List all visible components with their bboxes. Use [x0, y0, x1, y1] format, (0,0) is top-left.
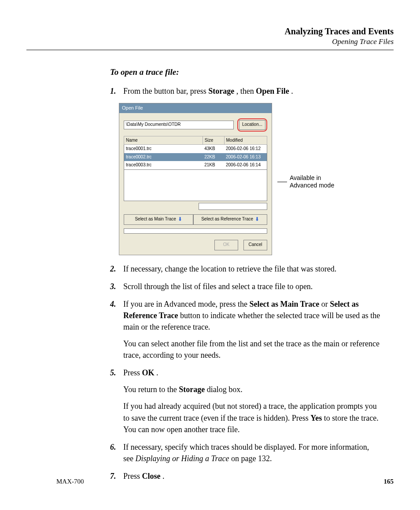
table-row-selected[interactable]: trace0002.trc 22KB 2006-02-06 16:13 — [124, 153, 267, 161]
body-content: To open a trace file: From the button ba… — [110, 66, 380, 482]
file-list-table[interactable]: Name Size Modified trace0001.trc 43KB 20… — [124, 136, 267, 170]
table-row[interactable]: trace0003.trc 21KB 2006-02-06 16:14 — [124, 161, 267, 169]
procedure-steps: From the button bar, press Storage , the… — [110, 85, 380, 482]
col-modified: Modified — [224, 136, 267, 145]
step-5: Press OK . You return to the Storage dia… — [110, 367, 380, 435]
open-file-dialog: Open File \Data\My Documents\OTDR Locati… — [119, 103, 272, 255]
table-row[interactable]: trace0001.trc 43KB 2006-02-06 16:12 — [124, 145, 267, 153]
col-size: Size — [203, 136, 224, 145]
location-button[interactable]: Location... — [239, 120, 265, 130]
open-file-screenshot: Open File \Data\My Documents\OTDR Locati… — [119, 103, 380, 255]
arrow-down-icon: ⬇ — [178, 216, 182, 223]
step-2: If necessary, change the location to ret… — [110, 263, 380, 275]
step-1: From the button bar, press Storage , the… — [110, 85, 380, 255]
reference-trace-display — [199, 203, 267, 210]
select-reference-trace-button[interactable]: Select as Reference Trace ⬇ — [193, 214, 267, 225]
step-3: Scroll through the list of files and sel… — [110, 281, 380, 292]
location-highlight: Location... — [237, 118, 267, 132]
page-header: Analyzing Traces and Events Opening Trac… — [26, 26, 394, 46]
arrow-down-icon: ⬇ — [255, 216, 259, 223]
callout-advanced-mode: Available in Advanced mode — [277, 174, 334, 190]
header-rule — [26, 50, 394, 50]
cancel-button[interactable]: Cancel — [243, 240, 267, 250]
path-field[interactable]: \Data\My Documents\OTDR — [124, 121, 234, 129]
page-footer: MAX-700 165 — [56, 478, 394, 485]
step-4: If you are in Advanced mode, press the S… — [110, 298, 380, 361]
status-field — [124, 228, 267, 234]
step-6: If necessary, specify which traces shoul… — [110, 441, 380, 464]
select-main-trace-button[interactable]: Select as Main Trace ⬇ — [124, 214, 193, 225]
callout-leader-line — [277, 182, 287, 182]
table-header: Name Size Modified — [124, 136, 267, 145]
page-number: 165 — [384, 478, 394, 485]
procedure-title: To open a trace file: — [110, 66, 380, 78]
col-name: Name — [124, 136, 203, 145]
ok-button[interactable]: OK — [214, 240, 238, 250]
dialog-titlebar: Open File — [119, 103, 272, 113]
product-name: MAX-700 — [56, 478, 84, 485]
section-title: Opening Trace Files — [26, 37, 394, 46]
file-list-empty-area[interactable] — [124, 170, 267, 201]
chapter-title: Analyzing Traces and Events — [26, 26, 394, 37]
